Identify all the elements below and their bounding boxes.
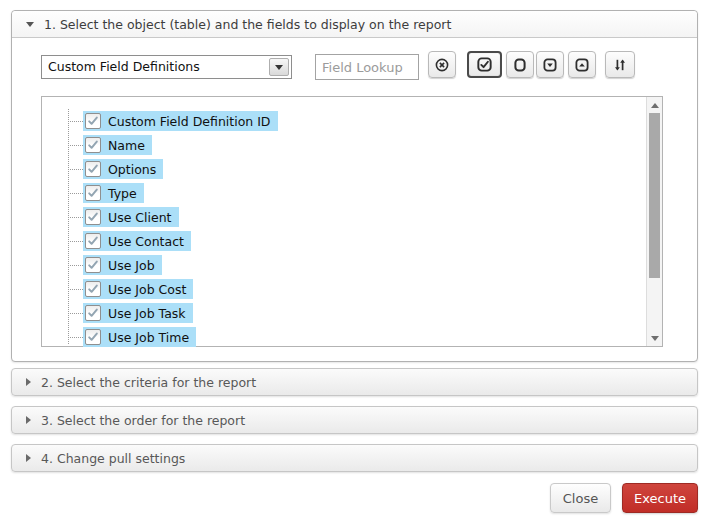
field-row: Use Job Time [68, 325, 644, 349]
field-item[interactable]: Type [83, 183, 144, 203]
object-select-value: Custom Field Definitions [48, 56, 200, 78]
field-label: Use Job Cost [108, 282, 186, 297]
field-list: Custom Field Definition ID Name [41, 96, 663, 347]
field-label: Use Client [108, 210, 172, 225]
scroll-up-button[interactable] [647, 97, 662, 113]
field-label: Options [108, 162, 156, 177]
section-3-header[interactable]: 3. Select the order for the report [11, 406, 698, 434]
field-label: Name [108, 138, 145, 153]
circle-x-icon [434, 57, 450, 73]
field-checkbox[interactable] [85, 329, 101, 345]
field-row: Use Job Task [68, 301, 644, 325]
triangle-up-icon [651, 103, 659, 108]
triangle-down-icon [651, 336, 659, 341]
field-checkbox[interactable] [85, 209, 101, 225]
field-item[interactable]: Use Client [83, 207, 179, 227]
section-1-title: 1. Select the object (table) and the fie… [44, 17, 451, 32]
section-2-title: 2. Select the criteria for the report [41, 375, 256, 390]
expand-all-button[interactable] [568, 51, 596, 78]
field-row: Use Job [68, 253, 644, 277]
scroll-down-button[interactable] [647, 330, 662, 346]
field-row: Name [68, 133, 644, 157]
field-item[interactable]: Use Contact [83, 231, 191, 251]
field-checkbox[interactable] [85, 257, 101, 273]
boxed-checkmark-icon [476, 56, 493, 73]
checkmark-icon [87, 139, 99, 151]
execute-button[interactable]: Execute [622, 483, 698, 513]
field-checkbox[interactable] [85, 137, 101, 153]
close-button[interactable]: Close [550, 483, 611, 513]
checkmark-icon [87, 163, 99, 175]
object-table-select[interactable]: Custom Field Definitions [41, 55, 292, 79]
section-4-header[interactable]: 4. Change pull settings [11, 444, 698, 472]
field-checkbox[interactable] [85, 281, 101, 297]
triangle-right-icon [26, 454, 31, 462]
field-row: Custom Field Definition ID [68, 109, 644, 133]
field-row: Use Client [68, 205, 644, 229]
field-row: Options [68, 157, 644, 181]
field-item[interactable]: Use Job Cost [83, 279, 193, 299]
field-label: Type [108, 186, 137, 201]
field-label: Use Job [108, 258, 155, 273]
field-checkbox[interactable] [85, 113, 101, 129]
sort-fields-button[interactable] [605, 51, 635, 78]
field-checkbox[interactable] [85, 161, 101, 177]
triangle-right-icon [26, 378, 31, 386]
scrollbar-thumb[interactable] [649, 113, 660, 278]
checkmark-icon [87, 283, 99, 295]
field-label: Use Job Time [108, 330, 189, 345]
field-label: Use Contact [108, 234, 184, 249]
field-item[interactable]: Use Job [83, 255, 162, 275]
dropdown-arrow-icon [269, 58, 289, 76]
checkmark-icon [87, 187, 99, 199]
field-row: Use Job Cost [68, 277, 644, 301]
field-row: Type [68, 181, 644, 205]
triangle-down-icon [26, 22, 34, 27]
clear-selection-button[interactable] [428, 51, 456, 78]
checkmark-icon [87, 307, 99, 319]
checkmark-icon [87, 211, 99, 223]
field-checkbox[interactable] [85, 185, 101, 201]
field-label: Custom Field Definition ID [108, 114, 271, 129]
boxed-triangle-up-icon [574, 57, 590, 73]
field-item[interactable]: Name [83, 135, 152, 155]
field-checkbox[interactable] [85, 233, 101, 249]
section-1-header[interactable]: 1. Select the object (table) and the fie… [12, 11, 697, 38]
section-3-title: 3. Select the order for the report [41, 413, 245, 428]
field-item[interactable]: Options [83, 159, 163, 179]
field-item[interactable]: Use Job Task [83, 303, 193, 323]
collapse-all-button[interactable] [536, 51, 564, 78]
field-item[interactable]: Custom Field Definition ID [83, 111, 278, 131]
checkmark-icon [87, 259, 99, 271]
boxed-triangle-down-icon [542, 57, 558, 73]
empty-box-icon [512, 57, 528, 73]
section-1-panel: 1. Select the object (table) and the fie… [11, 10, 698, 362]
field-item[interactable]: Use Job Time [83, 327, 196, 347]
checkmark-icon [87, 235, 99, 247]
uncheck-all-button[interactable] [506, 51, 534, 78]
checkmark-icon [87, 115, 99, 127]
check-all-button[interactable] [467, 51, 502, 78]
triangle-right-icon [26, 416, 31, 424]
down-up-arrows-icon [612, 57, 628, 73]
checkmark-icon [87, 331, 99, 343]
section-2-header[interactable]: 2. Select the criteria for the report [11, 368, 698, 396]
field-label: Use Job Task [108, 306, 186, 321]
vertical-scrollbar[interactable] [646, 97, 662, 346]
field-lookup-input[interactable] [315, 54, 419, 80]
field-row: Use Contact [68, 229, 644, 253]
field-checkbox[interactable] [85, 305, 101, 321]
section-4-title: 4. Change pull settings [41, 451, 185, 466]
